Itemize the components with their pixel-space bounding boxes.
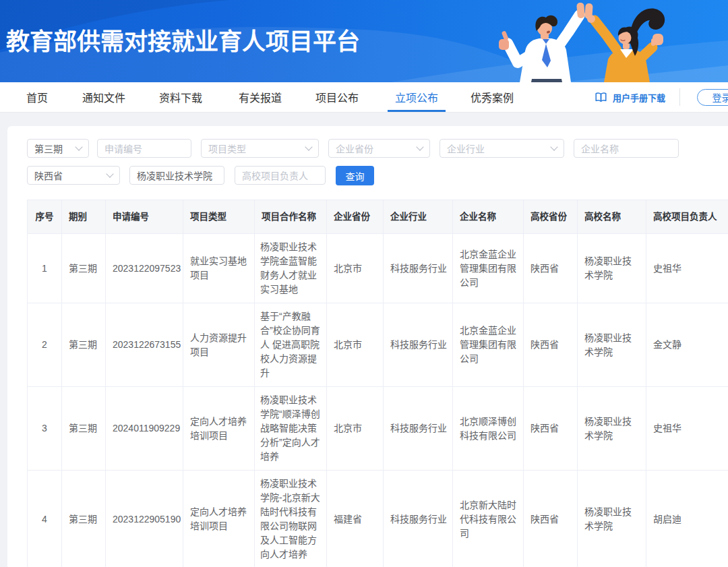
table-cell-1-10: 金文静: [646, 303, 728, 387]
table-cell-1-5: 北京市: [327, 303, 384, 387]
table-cell-1-7: 北京金蓝企业管理集团有限公司: [453, 303, 524, 387]
table-cell-1-2: 2023122673155: [106, 303, 183, 387]
application-no-input-placeholder: 申请编号: [104, 142, 142, 155]
table-cell-0-3: 就业实习基地项目: [183, 234, 255, 303]
table-cell-2-6: 科技服务行业: [384, 387, 453, 471]
thumbs-up-hand: [499, 30, 509, 50]
table-row-0: 1第三期2023122097523就业实习基地项目杨凌职业技术学院金蓝智能财务人…: [28, 234, 728, 303]
nav-right: 用户手册下载 登录: [595, 82, 728, 112]
book-icon: [595, 92, 607, 102]
banner: 教育部供需对接就业育人项目平台: [0, 0, 728, 82]
nav-item-3[interactable]: 有关报道: [239, 82, 282, 112]
table-cell-1-6: 科技服务行业: [384, 303, 453, 387]
table-row-3: 4第三期2023122905190定向人才培养培训项目杨凌职业技术学院-北京新大…: [28, 471, 728, 567]
period-select-value: 第三期: [34, 142, 63, 155]
table-cell-0-7: 北京金蓝企业管理集团有限公司: [453, 234, 524, 303]
company-name-input[interactable]: 企业名称: [574, 139, 679, 158]
table-cell-2-8: 陕西省: [524, 387, 578, 471]
results-table: 序号期别申请编号项目类型项目合作名称企业省份企业行业企业名称高校省份高校名称高校…: [27, 200, 728, 567]
school-leader-input-placeholder: 高校项目负责人: [242, 169, 308, 182]
table-cell-1-3: 人力资源提升项目: [183, 303, 255, 387]
table-cell-1-8: 陕西省: [524, 303, 578, 387]
column-header-7: 企业名称: [453, 200, 524, 234]
table-cell-3-8: 陕西省: [524, 471, 578, 567]
school-province-select-value: 陕西省: [34, 169, 63, 182]
column-header-9: 高校名称: [578, 200, 646, 234]
chevron-down-icon: [550, 143, 557, 150]
manual-download-link[interactable]: 用户手册下载: [595, 91, 665, 104]
period-select[interactable]: 第三期: [27, 139, 89, 158]
table-row-2: 3第三期2024011909229定向人才培养培训项目杨凌职业技术学院“顺泽博创…: [28, 387, 728, 471]
table-cell-3-6: 科技服务行业: [384, 471, 453, 567]
table-row-1: 2第三期2023122673155人力资源提升项目基于“产教融合”校企协同育人 …: [28, 303, 728, 387]
table-cell-3-10: 胡启迪: [646, 471, 728, 567]
column-header-3: 项目类型: [183, 200, 255, 234]
table-cell-2-1: 第三期: [62, 387, 106, 471]
table-cell-0-0: 1: [28, 234, 62, 303]
nav-item-0[interactable]: 首页: [26, 82, 48, 112]
nav-item-5[interactable]: 立项公布: [395, 82, 438, 112]
table-cell-3-2: 2023122905190: [106, 471, 183, 567]
table-cell-3-9: 杨凌职业技术学院: [578, 471, 646, 567]
table-cell-2-5: 北京市: [327, 387, 384, 471]
school-province-select[interactable]: 陕西省: [27, 166, 120, 185]
nav-divider: [679, 88, 680, 106]
column-header-8: 高校省份: [524, 200, 578, 234]
table-cell-1-9: 杨凌职业技术学院: [578, 303, 646, 387]
table-cell-0-2: 2023122097523: [106, 234, 183, 303]
school-name-input[interactable]: 杨凌职业技术学院: [129, 166, 224, 185]
table-cell-2-9: 杨凌职业技术学院: [578, 387, 646, 471]
chevron-down-icon: [75, 143, 82, 150]
content-area: 查询 第三期申请编号项目类型企业省份企业行业企业名称陕西省杨凌职业技术学院高校项…: [0, 113, 728, 567]
nav-item-2[interactable]: 资料下载: [159, 82, 202, 112]
application-no-input[interactable]: 申请编号: [97, 139, 191, 158]
column-header-6: 企业行业: [384, 200, 453, 234]
login-button[interactable]: 登录: [697, 89, 728, 106]
table-cell-0-4: 杨凌职业技术学院金蓝智能财务人才就业实习基地: [255, 234, 327, 303]
nav-item-4[interactable]: 项目公布: [315, 82, 359, 112]
table-cell-0-5: 北京市: [327, 234, 384, 303]
table-cell-0-8: 陕西省: [524, 234, 578, 303]
table-cell-2-0: 3: [28, 387, 62, 471]
nav-item-1[interactable]: 通知文件: [82, 82, 125, 112]
search-button[interactable]: 查询: [336, 166, 374, 185]
chevron-down-icon: [106, 170, 113, 177]
header-row: 序号期别申请编号项目类型项目合作名称企业省份企业行业企业名称高校省份高校名称高校…: [28, 200, 728, 234]
table-cell-3-4: 杨凌职业技术学院-北京新大陆时代科技有限公司物联网及人工智能方向人才培养: [255, 471, 327, 567]
column-header-1: 期别: [62, 200, 106, 234]
chevron-down-icon: [416, 143, 423, 150]
nav-items: 首页通知文件资料下载有关报道项目公布立项公布优秀案例: [26, 82, 547, 112]
table-cell-1-0: 2: [28, 303, 62, 387]
nav-item-6[interactable]: 优秀案例: [471, 82, 514, 112]
column-header-2: 申请编号: [106, 200, 183, 234]
table-cell-2-10: 史祖华: [646, 387, 728, 471]
table-cell-2-3: 定向人才培养培训项目: [183, 387, 255, 471]
company-industry-select[interactable]: 企业行业: [439, 139, 564, 158]
filter-table-panel: 查询 第三期申请编号项目类型企业省份企业行业企业名称陕西省杨凌职业技术学院高校项…: [7, 126, 728, 567]
table-head: 序号期别申请编号项目类型项目合作名称企业省份企业行业企业名称高校省份高校名称高校…: [28, 200, 728, 234]
column-header-10: 高校项目负责人: [646, 200, 728, 234]
table-cell-3-3: 定向人才培养培训项目: [183, 471, 255, 567]
chevron-down-icon: [305, 143, 312, 150]
company-name-input-placeholder: 企业名称: [581, 142, 619, 155]
table-cell-0-6: 科技服务行业: [384, 234, 453, 303]
table-cell-0-1: 第三期: [62, 234, 106, 303]
table-cell-0-10: 史祖华: [646, 234, 728, 303]
school-leader-input[interactable]: 高校项目负责人: [235, 166, 326, 185]
table-cell-1-1: 第三期: [62, 303, 106, 387]
company-industry-select-placeholder: 企业行业: [447, 142, 485, 155]
column-header-0: 序号: [28, 200, 62, 234]
project-type-select[interactable]: 项目类型: [201, 139, 319, 158]
page: 教育部供需对接就业育人项目平台 首页通知文件资料下载有关报道项目公布立项公布优秀…: [0, 0, 728, 567]
filter-bar: 查询 第三期申请编号项目类型企业省份企业行业企业名称陕西省杨凌职业技术学院高校项…: [27, 126, 728, 200]
company-province-select[interactable]: 企业省份: [328, 139, 430, 158]
table-cell-3-0: 4: [28, 471, 62, 567]
column-header-4: 项目合作名称: [255, 200, 327, 234]
column-header-5: 企业省份: [327, 200, 384, 234]
table-cell-2-4: 杨凌职业技术学院“顺泽博创战略智能决策分析”定向人才培养: [255, 387, 327, 471]
school-name-input-value: 杨凌职业技术学院: [137, 169, 212, 182]
manual-download-label: 用户手册下载: [613, 91, 665, 104]
table-cell-2-7: 北京顺泽博创科技有限公司: [453, 387, 524, 471]
table-wrap: 序号期别申请编号项目类型项目合作名称企业省份企业行业企业名称高校省份高校名称高校…: [27, 200, 728, 567]
main-nav: 首页通知文件资料下载有关报道项目公布立项公布优秀案例 用户手册下载 登录: [0, 82, 728, 113]
